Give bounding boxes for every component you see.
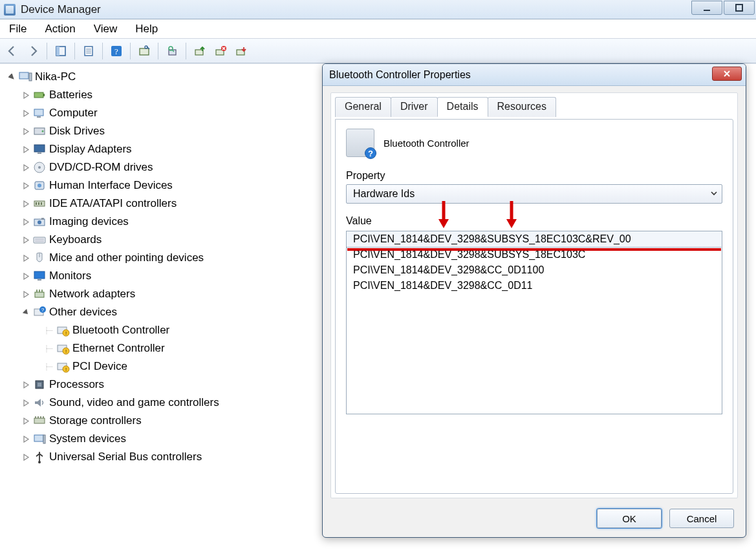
category-icon: [32, 251, 47, 265]
expand-icon[interactable]: [21, 271, 31, 281]
value-listbox[interactable]: PCI\VEN_1814&DEV_3298&SUBSYS_18EC103C&RE…: [346, 231, 722, 414]
category-icon: [32, 88, 47, 102]
toolbar-separator: [102, 43, 103, 59]
tree-item-label: Monitors: [49, 270, 91, 282]
toolbar-separator: [74, 43, 75, 59]
computer-icon: [18, 70, 32, 84]
back-icon: [6, 45, 19, 58]
toolbar-show-pane-button[interactable]: [51, 41, 70, 61]
expand-icon[interactable]: [21, 235, 31, 245]
svg-rect-21: [19, 72, 28, 79]
svg-rect-22: [29, 73, 32, 81]
question-badge-icon: ?: [365, 147, 376, 159]
svg-rect-48: [35, 292, 44, 297]
maximize-icon: [735, 3, 744, 12]
expand-icon[interactable]: [21, 416, 31, 426]
menu-view[interactable]: View: [87, 21, 129, 37]
expand-icon[interactable]: [21, 398, 31, 408]
category-icon: [32, 450, 47, 464]
expand-icon[interactable]: [21, 217, 31, 227]
property-dropdown[interactable]: Hardware Ids: [346, 184, 722, 204]
tab-resources[interactable]: Resources: [488, 97, 556, 117]
svg-rect-47: [38, 279, 41, 281]
svg-rect-1: [736, 5, 742, 11]
category-icon: [32, 287, 47, 301]
svg-text:!: !: [65, 348, 67, 354]
dialog-close-button[interactable]: [712, 67, 742, 81]
help-icon: ?: [110, 45, 123, 58]
unknown-device-icon: !: [56, 323, 70, 337]
list-item[interactable]: PCI\VEN_1814&DEV_3298&CC_0D11: [347, 278, 722, 293]
tab-driver[interactable]: Driver: [391, 97, 438, 117]
expand-icon[interactable]: [21, 452, 31, 462]
svg-text:?: ?: [41, 307, 45, 313]
window-minimize-button[interactable]: [691, 1, 722, 15]
expand-icon[interactable]: [21, 379, 31, 390]
svg-rect-42: [34, 237, 45, 243]
expand-icon[interactable]: [21, 434, 31, 444]
tree-item-label: PCI Device: [72, 360, 127, 373]
toolbar-separator: [47, 43, 47, 59]
expand-icon[interactable]: [21, 144, 31, 154]
device-large-icon: ?: [346, 129, 374, 157]
cancel-button[interactable]: Cancel: [669, 509, 734, 528]
tree-item-label: Storage controllers: [49, 414, 142, 427]
toolbar-forward-button[interactable]: [23, 41, 43, 61]
window-maximize-button[interactable]: [724, 1, 755, 15]
close-icon: [722, 69, 731, 78]
toolbar-back-button[interactable]: [3, 41, 22, 61]
dialog-body: General Driver Details Resources ? Bluet…: [330, 92, 738, 498]
tree-root-label: Nika-PC: [35, 70, 76, 83]
collapse-icon[interactable]: [6, 72, 17, 82]
tree-connector-icon: [44, 343, 54, 354]
category-icon: ?: [32, 305, 47, 319]
category-icon: [32, 124, 47, 138]
svg-rect-24: [43, 94, 45, 96]
tree-item-label: Batteries: [49, 89, 92, 101]
category-icon: [32, 196, 47, 211]
svg-rect-3: [56, 47, 59, 56]
svg-point-28: [42, 131, 44, 133]
svg-rect-46: [34, 271, 45, 279]
expand-icon[interactable]: [21, 289, 31, 299]
expand-icon[interactable]: [21, 253, 31, 263]
chevron-down-icon: [710, 188, 718, 200]
toolbar-properties-button[interactable]: [79, 41, 98, 61]
value-label: Value: [346, 215, 372, 227]
dialog-titlebar[interactable]: Bluetooth Controller Properties: [323, 64, 746, 86]
svg-rect-74: [43, 435, 45, 443]
toolbar-find-button[interactable]: [162, 41, 182, 61]
category-icon: [32, 233, 47, 247]
tree-item-label: DVD/CD-ROM drives: [49, 161, 153, 174]
list-item[interactable]: PCI\VEN_1814&DEV_3298&CC_0D1100: [347, 262, 722, 278]
expand-icon[interactable]: [21, 90, 31, 100]
list-item[interactable]: PCI\VEN_1814&DEV_3298&SUBSYS_18EC103C&RE…: [346, 231, 722, 248]
expand-icon[interactable]: [21, 162, 31, 173]
tab-general[interactable]: General: [335, 97, 391, 117]
category-icon: [32, 414, 47, 428]
toolbar-scan-button[interactable]: [135, 41, 154, 61]
collapse-icon[interactable]: [21, 307, 31, 317]
tree-item-label: Universal Serial Bus controllers: [49, 451, 202, 463]
menu-action[interactable]: Action: [38, 21, 87, 37]
toolbar-help-button[interactable]: ?: [107, 41, 126, 61]
toolbar-disable-button[interactable]: [232, 41, 251, 61]
property-dropdown-value: Hardware Ids: [353, 188, 415, 200]
menu-help[interactable]: Help: [129, 21, 169, 37]
annotation-arrow-icon: [437, 200, 451, 229]
tree-item-label: Network adapters: [49, 288, 135, 301]
expand-icon[interactable]: [21, 126, 31, 136]
tree-item-label: Computer: [49, 107, 98, 120]
toolbar-update-driver-button[interactable]: [190, 41, 210, 61]
tab-content-details: ? Bluetooth Controller Property Hardware…: [335, 119, 733, 494]
menu-file[interactable]: File: [3, 21, 38, 37]
device-name: Bluetooth Controller: [383, 138, 470, 149]
expand-icon[interactable]: [21, 180, 31, 191]
svg-point-11: [145, 46, 147, 48]
expand-icon[interactable]: [21, 198, 31, 209]
toolbar-uninstall-button[interactable]: [211, 41, 230, 61]
expand-icon[interactable]: [21, 108, 31, 118]
tab-details[interactable]: Details: [437, 97, 488, 117]
svg-rect-37: [38, 202, 39, 205]
ok-button[interactable]: OK: [597, 509, 662, 528]
